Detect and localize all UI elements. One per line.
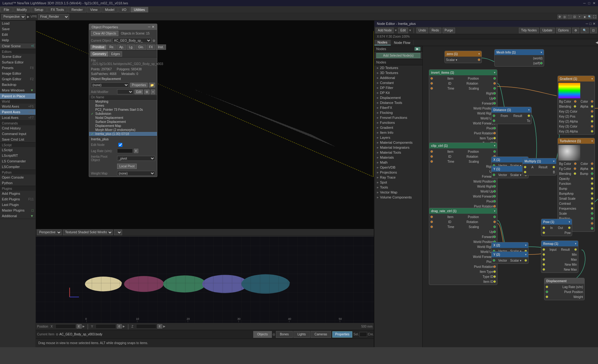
- modifier-morph-mixer[interactable]: Morph Mixer (2 endomorphs): [89, 128, 157, 132]
- sidebar-open-console[interactable]: Open Console: [0, 175, 36, 180]
- sidebar-additional[interactable]: Additional▼: [0, 213, 36, 219]
- sidebar-presets[interactable]: PresetsF8: [0, 65, 36, 71]
- camera-select[interactable]: Perspective: [1, 14, 26, 20]
- lag-rate-input[interactable]: 0.0: [117, 149, 133, 153]
- minimize-btn[interactable]: ─: [583, 1, 586, 5]
- cat-gradient[interactable]: Gradient: [374, 125, 422, 130]
- modifier-settings-btn[interactable]: ⚙: [144, 90, 150, 94]
- add-selected-node-btn[interactable]: Add Selected Node(s): [376, 53, 420, 58]
- vp-btn-7[interactable]: 🔍: [587, 15, 592, 19]
- obj-props-close[interactable]: ✕: [152, 25, 154, 29]
- local-pivot-btn[interactable]: Local Pivot: [117, 164, 137, 169]
- bottom-vp-camera[interactable]: Perspective: [37, 230, 62, 235]
- sidebar-lscompiler[interactable]: LSCompiler: [0, 164, 36, 170]
- tab-re[interactable]: Re.: [107, 44, 116, 50]
- node-gradient[interactable]: Gradient (1) ▾ Bg Color Color: [558, 76, 595, 135]
- cat-3d-textures[interactable]: 3D Textures: [374, 70, 422, 75]
- y-e-btn[interactable]: E: [117, 324, 122, 329]
- modifier-pc2[interactable]: PC2_Pointer 73 Frames Start 0.0s: [89, 108, 157, 112]
- viewport-canvas-bottom[interactable]: [36, 236, 374, 323]
- cat-raytrace[interactable]: Ray Trace: [374, 175, 422, 180]
- close-btn[interactable]: ✕: [593, 1, 596, 5]
- menu-tab-io[interactable]: I/O: [118, 7, 130, 12]
- cat-flocking[interactable]: Flocking: [374, 110, 422, 115]
- properties-bottom-btn[interactable]: Properties: [332, 331, 352, 338]
- vp-btn-5[interactable]: +: [577, 15, 582, 19]
- modifier-edit-btn[interactable]: Edit: [135, 90, 143, 94]
- node-displacement[interactable]: Displacement Lag Rate (s/m) Pivot Positi…: [544, 278, 585, 300]
- vp-btn-1[interactable]: ⚙: [558, 15, 562, 19]
- ne-minimize-btn[interactable]: ─: [586, 22, 588, 26]
- sidebar-surface-editor[interactable]: Surface Editor: [0, 59, 36, 65]
- tab-lg[interactable]: Lg.: [127, 44, 135, 50]
- clear-all-objects-btn[interactable]: Clear All Objects: [91, 31, 118, 36]
- menu-tab-render[interactable]: Render: [68, 7, 86, 12]
- menu-tab-modify[interactable]: Modify: [13, 7, 30, 12]
- obj-replacement-select[interactable]: (none): [91, 82, 129, 87]
- node-multiply[interactable]: Multiply (1) ▾ A Result B: [522, 158, 557, 175]
- node-canvas[interactable]: zero (1) ▾ Scalar ▾ Mesh Info (1) ▾ (wor…: [423, 46, 598, 347]
- tab-glo[interactable]: Glo.: [136, 44, 146, 50]
- sidebar-command-input[interactable]: Command Input: [0, 131, 36, 137]
- menu-tab-view[interactable]: View: [87, 7, 101, 12]
- purge-btn[interactable]: Purge: [443, 28, 455, 33]
- modifier-subdivision[interactable]: ✓Subdivision: [89, 112, 157, 116]
- viewport-canvas[interactable]: [36, 21, 374, 229]
- sidebar-add-plugins[interactable]: Add Plugins: [0, 191, 36, 196]
- node-drag-rate-ctrl[interactable]: drag_rate_ctrl (1) ▾ Item Position ID: [429, 208, 497, 285]
- sidebar-backdrop[interactable]: Backdrop: [0, 82, 36, 87]
- node-y2[interactable]: Y (2) ▾ Vector Scalar ▾: [491, 251, 529, 264]
- modifier-nodal[interactable]: Nodal Displacement: [89, 116, 157, 120]
- cat-materials[interactable]: Materials: [374, 155, 422, 160]
- vp-btn-4[interactable]: ⊡: [572, 15, 577, 19]
- node-invert-items[interactable]: invert_items (1) ▾ Item Position ID: [429, 69, 497, 152]
- modifier-bones[interactable]: Bones: [89, 104, 157, 108]
- cat-functions[interactable]: Functions: [374, 120, 422, 125]
- edit-node-check[interactable]: [118, 143, 122, 147]
- tidy-nodes-btn[interactable]: Tidy Nodes: [519, 28, 539, 33]
- sidebar-image-editor[interactable]: Image Editor: [0, 71, 36, 76]
- sidebar-help[interactable]: Help: [0, 37, 36, 43]
- menu-tab-setup[interactable]: Setup: [31, 7, 47, 12]
- sidebar-ls-commander[interactable]: LS Commander: [0, 158, 36, 164]
- node-distance[interactable]: Distance (1) ▾ From Result To: [491, 107, 532, 124]
- sidebar-save-cmd[interactable]: Save Cmd List: [0, 137, 36, 142]
- lag-rate-set-btn[interactable]: E: [134, 149, 138, 153]
- cat-displacement[interactable]: Displacement: [374, 95, 422, 100]
- viewport-top[interactable]: Object Properties ─ ✕ Clear All Objects …: [36, 21, 374, 229]
- weight-map-select[interactable]: (none): [117, 171, 155, 176]
- redo-btn[interactable]: Redo: [430, 28, 441, 33]
- ne-tab-nodes[interactable]: Nodes: [374, 40, 391, 45]
- cat-projections[interactable]: Projections: [374, 170, 422, 175]
- sidebar-edit-plugins[interactable]: Edit PluginsF11: [0, 196, 36, 202]
- sidebar-master-plugins[interactable]: Master Plugins□: [0, 208, 36, 213]
- cat-distance-tools[interactable]: Distance Tools: [374, 100, 422, 105]
- sidebar-load[interactable]: Load: [0, 21, 36, 26]
- vp-btn-3[interactable]: ⬛: [567, 15, 572, 19]
- vp-btn-8[interactable]: ⛶: [592, 15, 597, 19]
- cat-spot[interactable]: Spot: [374, 180, 422, 185]
- sidebar-graph-editor[interactable]: Graph EditorF2: [0, 76, 36, 82]
- node-remap[interactable]: Remap (1) ▾ Input Result Min Max New Min: [541, 240, 578, 273]
- x-e-btn[interactable]: E: [77, 324, 82, 329]
- bottom-vp-extra[interactable]: [114, 230, 122, 235]
- node-zero[interactable]: zero (1) ▾ Scalar ▾: [444, 51, 482, 63]
- ne-search-btn[interactable]: 🔍: [581, 28, 589, 33]
- ne-tab-nodeflow[interactable]: Node Flow: [391, 40, 414, 45]
- add-selected-btn[interactable]: ▶: [415, 47, 420, 51]
- sidebar-clear-scene[interactable]: Clear Scene+I: [0, 43, 36, 49]
- menu-tab-fxtools[interactable]: FX Tools: [47, 7, 68, 12]
- sidebar-save[interactable]: Save: [0, 26, 36, 32]
- tab-ap[interactable]: Ap.: [117, 44, 126, 50]
- render-select[interactable]: Final_Render: [38, 14, 69, 20]
- cat-math[interactable]: Math: [374, 160, 422, 165]
- tab-objects[interactable]: Objects: [253, 331, 272, 338]
- vp-btn-2[interactable]: ◎: [562, 15, 567, 19]
- cat-constant[interactable]: Constant: [374, 80, 422, 85]
- cat-dp-kit[interactable]: DP Kit: [374, 90, 422, 95]
- properties-btn-small[interactable]: Properties: [130, 83, 148, 87]
- obj-props-titlebar[interactable]: Object Properties ─ ✕: [89, 24, 157, 30]
- node-mesh-info[interactable]: Mesh Info (1) ▾ (world) (self): [494, 49, 544, 67]
- ne-settings-btn[interactable]: ⚙: [572, 28, 579, 33]
- y-value[interactable]: 1.649 m: [96, 324, 116, 329]
